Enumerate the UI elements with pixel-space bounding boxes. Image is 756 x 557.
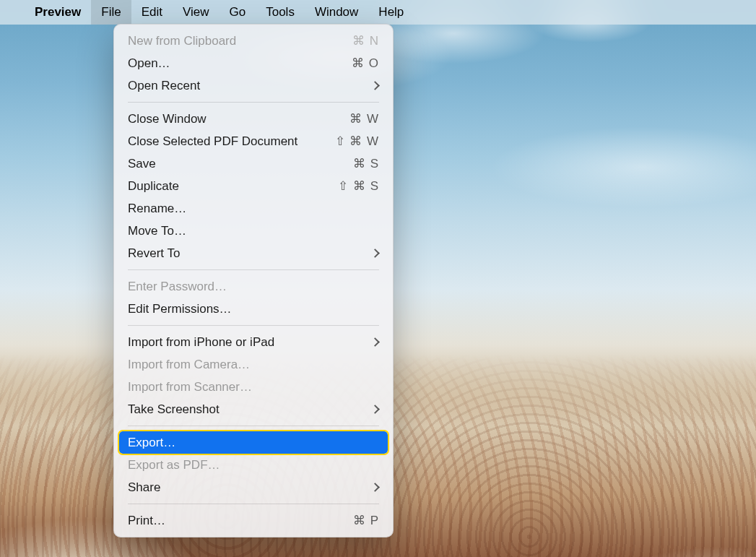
menu-item-shortcut: ⌘ P xyxy=(353,513,379,528)
menubar-app-name[interactable]: Preview xyxy=(25,0,91,25)
menu-item-shortcut: ⇧ ⌘ S xyxy=(338,178,379,194)
menu-item-shortcut: ⇧ ⌘ W xyxy=(335,134,380,149)
menubar-item-view[interactable]: View xyxy=(173,0,220,25)
menubar-item-help[interactable]: Help xyxy=(368,0,414,25)
menu-item-label: New from Clipboard xyxy=(128,34,236,48)
menubar-item-tools[interactable]: Tools xyxy=(256,0,305,25)
menu-item-label: Import from Scanner… xyxy=(128,380,252,394)
menu-item-import-scanner: Import from Scanner… xyxy=(119,376,388,398)
menu-separator xyxy=(128,269,379,270)
menu-item-label: Import from iPhone or iPad xyxy=(128,335,274,350)
menu-item-label: Export as PDF… xyxy=(128,458,220,472)
chevron-right-icon xyxy=(372,250,379,257)
menu-separator xyxy=(128,325,379,326)
chevron-right-icon xyxy=(372,406,379,413)
menu-item-shortcut: ⌘ S xyxy=(353,156,379,171)
menu-item-move-to[interactable]: Move To… xyxy=(119,220,388,242)
menu-item-duplicate[interactable]: Duplicate⇧ ⌘ S xyxy=(119,175,388,197)
menu-item-share[interactable]: Share xyxy=(119,476,388,498)
menu-item-print[interactable]: Print…⌘ P xyxy=(119,509,388,532)
menu-item-label: Rename… xyxy=(128,202,186,216)
menu-item-label: Print… xyxy=(128,514,165,528)
menu-item-save[interactable]: Save⌘ S xyxy=(119,152,388,175)
menubar-item-edit[interactable]: Edit xyxy=(131,0,173,25)
menu-item-revert-to[interactable]: Revert To xyxy=(119,242,388,264)
chevron-right-icon xyxy=(372,82,379,90)
menu-item-import-camera: Import from Camera… xyxy=(119,353,388,376)
menu-item-export-as-pdf: Export as PDF… xyxy=(119,454,388,476)
menu-item-label: Move To… xyxy=(128,224,186,238)
menubar: Preview FileEditViewGoToolsWindowHelp xyxy=(0,0,756,25)
menu-item-label: Open… xyxy=(128,56,170,71)
menu-item-close-window[interactable]: Close Window⌘ W xyxy=(119,108,388,130)
menu-item-close-selected-pdf[interactable]: Close Selected PDF Document⇧ ⌘ W xyxy=(119,130,388,152)
menu-item-label: Close Selected PDF Document xyxy=(128,134,297,149)
menu-item-label: Close Window xyxy=(128,112,207,126)
chevron-right-icon xyxy=(372,339,379,346)
menu-item-open-recent[interactable]: Open Recent xyxy=(119,74,388,97)
menu-separator xyxy=(128,426,379,426)
menu-item-rename[interactable]: Rename… xyxy=(119,197,388,220)
menu-item-open[interactable]: Open…⌘ O xyxy=(119,52,388,74)
menubar-item-window[interactable]: Window xyxy=(305,0,368,25)
menu-item-shortcut: ⌘ O xyxy=(352,56,379,71)
menu-separator xyxy=(128,102,379,103)
menu-item-shortcut: ⌘ W xyxy=(349,111,379,126)
menu-item-label: Share xyxy=(128,480,160,495)
menu-item-label: Revert To xyxy=(128,246,180,261)
chevron-right-icon xyxy=(372,484,379,491)
menu-item-label: Take Screenshot xyxy=(128,402,220,417)
menu-separator xyxy=(128,504,379,504)
menu-item-label: Edit Permissions… xyxy=(128,302,232,316)
menu-item-new-from-clipboard: New from Clipboard⌘ N xyxy=(119,30,388,52)
menu-item-label: Import from Camera… xyxy=(128,358,250,372)
menu-item-label: Save xyxy=(128,157,156,171)
menubar-item-go[interactable]: Go xyxy=(220,0,256,25)
menu-item-label: Open Recent xyxy=(128,79,200,93)
menu-item-label: Enter Password… xyxy=(128,280,227,294)
menu-item-import-iphone[interactable]: Import from iPhone or iPad xyxy=(119,331,388,353)
menu-item-take-screenshot[interactable]: Take Screenshot xyxy=(119,398,388,420)
menu-item-label: Export… xyxy=(128,436,175,450)
menu-item-shortcut: ⌘ N xyxy=(352,33,379,48)
menu-item-edit-permissions[interactable]: Edit Permissions… xyxy=(119,298,388,320)
menubar-item-file[interactable]: File xyxy=(91,0,131,25)
menu-item-export[interactable]: Export… xyxy=(119,431,388,454)
file-menu-dropdown: New from Clipboard⌘ NOpen…⌘ OOpen Recent… xyxy=(113,24,394,537)
menu-item-enter-password: Enter Password… xyxy=(119,275,388,298)
menu-item-label: Duplicate xyxy=(128,179,179,194)
